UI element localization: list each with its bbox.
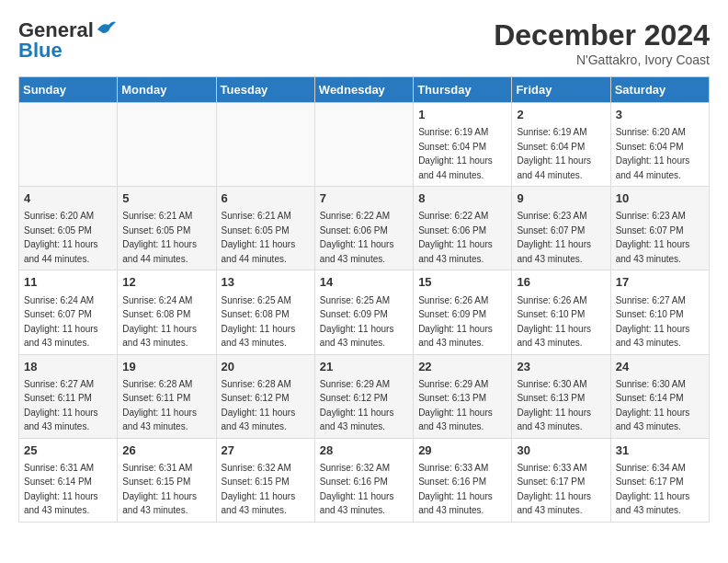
calendar-week-row: 25Sunrise: 6:31 AMSunset: 6:14 PMDayligh… [19,438,710,522]
day-info: Sunrise: 6:28 AMSunset: 6:11 PMDaylight:… [122,379,197,432]
day-number: 21 [320,359,408,375]
day-number: 25 [24,442,112,459]
day-info: Sunrise: 6:24 AMSunset: 6:08 PMDaylight:… [122,295,197,349]
col-sunday: Sunday [19,77,118,103]
day-info: Sunrise: 6:22 AMSunset: 6:06 PMDaylight:… [418,211,493,264]
table-row [216,103,314,187]
day-number: 5 [122,190,210,207]
table-row: 16Sunrise: 6:26 AMSunset: 6:10 PMDayligh… [512,270,610,354]
day-info: Sunrise: 6:25 AMSunset: 6:09 PMDaylight:… [320,295,394,349]
table-row [19,103,118,187]
day-info: Sunrise: 6:20 AMSunset: 6:04 PMDaylight:… [616,127,690,180]
table-row: 31Sunrise: 6:34 AMSunset: 6:17 PMDayligh… [610,438,709,522]
day-info: Sunrise: 6:26 AMSunset: 6:09 PMDaylight:… [418,295,493,349]
table-row: 29Sunrise: 6:33 AMSunset: 6:16 PMDayligh… [414,438,512,522]
logo-blue-text: Blue [18,39,63,63]
day-info: Sunrise: 6:25 AMSunset: 6:08 PMDaylight:… [222,295,296,349]
table-row: 19Sunrise: 6:28 AMSunset: 6:11 PMDayligh… [118,354,216,438]
table-row: 7Sunrise: 6:22 AMSunset: 6:06 PMDaylight… [314,187,413,270]
calendar-week-row: 11Sunrise: 6:24 AMSunset: 6:07 PMDayligh… [19,270,710,354]
day-number: 30 [517,442,605,459]
day-info: Sunrise: 6:32 AMSunset: 6:15 PMDaylight:… [222,463,296,516]
day-number: 18 [24,359,112,375]
table-row: 9Sunrise: 6:23 AMSunset: 6:07 PMDaylight… [512,187,610,270]
table-row: 24Sunrise: 6:30 AMSunset: 6:14 PMDayligh… [610,354,709,438]
table-row: 21Sunrise: 6:29 AMSunset: 6:12 PMDayligh… [314,354,413,438]
day-number: 23 [517,359,605,375]
month-title: December 2024 [494,18,710,52]
table-row: 17Sunrise: 6:27 AMSunset: 6:10 PMDayligh… [610,270,709,354]
day-info: Sunrise: 6:26 AMSunset: 6:10 PMDaylight:… [517,295,591,349]
table-row: 26Sunrise: 6:31 AMSunset: 6:15 PMDayligh… [118,438,216,522]
table-row: 6Sunrise: 6:21 AMSunset: 6:05 PMDaylight… [216,187,314,270]
col-saturday: Saturday [610,77,709,103]
day-number: 26 [122,442,210,459]
table-row: 20Sunrise: 6:28 AMSunset: 6:12 PMDayligh… [216,354,314,438]
calendar-week-row: 4Sunrise: 6:20 AMSunset: 6:05 PMDaylight… [19,187,710,270]
day-number: 2 [517,107,605,123]
col-tuesday: Tuesday [216,77,314,103]
day-info: Sunrise: 6:27 AMSunset: 6:10 PMDaylight:… [616,295,690,349]
calendar-week-row: 1Sunrise: 6:19 AMSunset: 6:04 PMDaylight… [19,103,710,187]
day-info: Sunrise: 6:22 AMSunset: 6:06 PMDaylight:… [320,211,394,264]
day-number: 20 [222,359,310,375]
day-info: Sunrise: 6:30 AMSunset: 6:14 PMDaylight:… [616,379,690,432]
day-number: 8 [418,190,506,207]
col-wednesday: Wednesday [314,77,413,103]
day-number: 4 [24,190,112,207]
table-row: 11Sunrise: 6:24 AMSunset: 6:07 PMDayligh… [19,270,118,354]
table-row: 5Sunrise: 6:21 AMSunset: 6:05 PMDaylight… [118,187,216,270]
table-row: 25Sunrise: 6:31 AMSunset: 6:14 PMDayligh… [19,438,118,522]
day-info: Sunrise: 6:19 AMSunset: 6:04 PMDaylight:… [517,127,591,180]
day-number: 10 [616,190,704,207]
table-row: 10Sunrise: 6:23 AMSunset: 6:07 PMDayligh… [610,187,709,270]
day-number: 24 [616,359,704,375]
day-info: Sunrise: 6:33 AMSunset: 6:17 PMDaylight:… [517,463,591,516]
day-number: 3 [616,107,704,123]
table-row: 14Sunrise: 6:25 AMSunset: 6:09 PMDayligh… [314,270,413,354]
day-number: 17 [616,274,704,291]
day-number: 9 [517,190,605,207]
table-row [118,103,216,187]
page-header: General Blue December 2024 N'Gattakro, I… [18,18,710,67]
table-row: 8Sunrise: 6:22 AMSunset: 6:06 PMDaylight… [414,187,512,270]
day-number: 16 [517,274,605,291]
logo: General Blue [18,18,116,63]
col-monday: Monday [118,77,216,103]
day-info: Sunrise: 6:19 AMSunset: 6:04 PMDaylight:… [418,127,493,180]
table-row: 12Sunrise: 6:24 AMSunset: 6:08 PMDayligh… [118,270,216,354]
day-info: Sunrise: 6:21 AMSunset: 6:05 PMDaylight:… [122,211,197,264]
day-info: Sunrise: 6:29 AMSunset: 6:13 PMDaylight:… [418,379,493,432]
logo-bird-icon [96,20,116,37]
day-info: Sunrise: 6:20 AMSunset: 6:05 PMDaylight:… [24,211,98,264]
day-info: Sunrise: 6:24 AMSunset: 6:07 PMDaylight:… [24,295,98,349]
col-friday: Friday [512,77,610,103]
calendar-header-row: Sunday Monday Tuesday Wednesday Thursday… [19,77,710,103]
day-number: 22 [418,359,506,375]
day-number: 27 [222,442,310,459]
table-row: 1Sunrise: 6:19 AMSunset: 6:04 PMDaylight… [414,103,512,187]
day-number: 7 [320,190,408,207]
col-thursday: Thursday [414,77,512,103]
day-info: Sunrise: 6:34 AMSunset: 6:17 PMDaylight:… [616,463,690,516]
table-row: 18Sunrise: 6:27 AMSunset: 6:11 PMDayligh… [19,354,118,438]
day-number: 6 [222,190,310,207]
table-row [314,103,413,187]
table-row: 13Sunrise: 6:25 AMSunset: 6:08 PMDayligh… [216,270,314,354]
table-row: 3Sunrise: 6:20 AMSunset: 6:04 PMDaylight… [610,103,709,187]
day-info: Sunrise: 6:23 AMSunset: 6:07 PMDaylight:… [616,211,690,264]
day-number: 19 [122,359,210,375]
table-row: 28Sunrise: 6:32 AMSunset: 6:16 PMDayligh… [314,438,413,522]
calendar-week-row: 18Sunrise: 6:27 AMSunset: 6:11 PMDayligh… [19,354,710,438]
table-row: 27Sunrise: 6:32 AMSunset: 6:15 PMDayligh… [216,438,314,522]
day-info: Sunrise: 6:33 AMSunset: 6:16 PMDaylight:… [418,463,493,516]
day-info: Sunrise: 6:31 AMSunset: 6:14 PMDaylight:… [24,463,98,516]
table-row: 4Sunrise: 6:20 AMSunset: 6:05 PMDaylight… [19,187,118,270]
day-number: 15 [418,274,506,291]
day-info: Sunrise: 6:32 AMSunset: 6:16 PMDaylight:… [320,463,394,516]
day-number: 31 [616,442,704,459]
day-info: Sunrise: 6:28 AMSunset: 6:12 PMDaylight:… [222,379,296,432]
day-info: Sunrise: 6:23 AMSunset: 6:07 PMDaylight:… [517,211,591,264]
day-info: Sunrise: 6:21 AMSunset: 6:05 PMDaylight:… [222,211,296,264]
day-info: Sunrise: 6:29 AMSunset: 6:12 PMDaylight:… [320,379,394,432]
